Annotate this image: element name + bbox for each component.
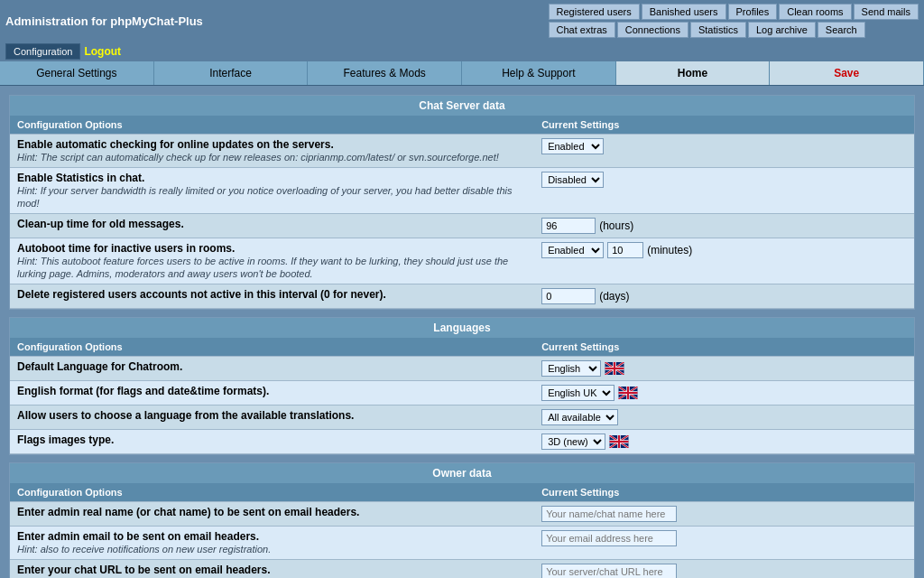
languages-col-options: Configuration Options [10, 338, 534, 357]
send-mails-btn[interactable]: Send mails [854, 4, 919, 20]
configuration-btn[interactable]: Configuration [5, 43, 80, 60]
uk-flag-icon [605, 362, 624, 375]
delete-interval-input[interactable] [541, 288, 596, 304]
search-btn[interactable]: Search [818, 22, 865, 38]
tab-help-support[interactable]: Help & Support [462, 61, 616, 85]
table-row: Delete registered users accounts not act… [10, 284, 914, 309]
row-label: Delete registered users accounts not act… [17, 288, 386, 301]
tab-home[interactable]: Home [616, 61, 771, 85]
row-label: Enter admin email to be sent on email he… [17, 530, 259, 543]
table-row: Enable automatic checking for online upd… [10, 135, 914, 168]
autoboot-suffix: (minutes) [647, 244, 692, 256]
connections-btn[interactable]: Connections [617, 22, 688, 38]
row-hint: Hint: also to receive notifications on n… [17, 544, 271, 555]
row-hint: Hint: If your server bandwidth is really… [17, 185, 512, 209]
registered-users-btn[interactable]: Registered users [549, 4, 640, 20]
cleanup-input[interactable] [541, 218, 596, 234]
logout-btn[interactable]: Logout [84, 45, 121, 58]
clean-rooms-btn[interactable]: Clean rooms [779, 4, 851, 20]
log-archive-btn[interactable]: Log archive [748, 22, 816, 38]
updates-select[interactable]: Enabled Disabled [541, 138, 604, 154]
owner-col-options: Configuration Options [10, 483, 534, 502]
user-language-select[interactable]: All available None [541, 409, 618, 425]
tab-save[interactable]: Save [770, 61, 924, 85]
table-row: Enable Statistics in chat. Hint: If your… [10, 168, 914, 214]
owner-table: Configuration Options Current Settings E… [10, 483, 914, 578]
row-label: Enter your chat URL to be sent on email … [17, 564, 271, 576]
chat-server-table: Configuration Options Current Settings E… [10, 116, 914, 309]
owner-title: Owner data [10, 463, 914, 483]
table-row: Default Language for Chatroom. English F… [10, 357, 914, 381]
languages-col-settings: Current Settings [534, 338, 914, 357]
chat-url-input[interactable] [541, 564, 677, 578]
row-label: English format (for flags and date&time … [17, 385, 269, 397]
chat-server-section: Chat Server data Configuration Options C… [9, 95, 915, 310]
chat-server-col-options: Configuration Options [10, 116, 534, 135]
admin-email-input[interactable] [541, 530, 677, 546]
tab-general-settings[interactable]: General Settings [0, 61, 154, 85]
tab-interface[interactable]: Interface [154, 61, 309, 85]
uk-flag-icon [609, 435, 629, 448]
row-label: Default Language for Chatroom. [17, 360, 182, 373]
profiles-btn[interactable]: Profiles [728, 4, 778, 20]
english-format-select[interactable]: English UK English US [541, 385, 614, 401]
table-row: Allow users to choose a language from th… [10, 406, 914, 430]
row-label: Enable Statistics in chat. [17, 172, 144, 184]
banished-users-btn[interactable]: Banished users [642, 4, 726, 20]
table-row: Enter admin email to be sent on email he… [10, 527, 914, 560]
row-hint: Hint: The script can automatically check… [17, 152, 499, 163]
row-label: Flags images type. [17, 434, 114, 446]
uk-flag-icon [618, 387, 638, 399]
row-label: Autoboot time for inactive users in room… [17, 242, 235, 255]
flags-type-select[interactable]: 3D (new) Classic [541, 434, 605, 450]
table-row: Flags images type. 3D (new) Classic [10, 430, 914, 454]
autoboot-input[interactable] [607, 242, 643, 258]
owner-section: Owner data Configuration Options Current… [9, 462, 915, 578]
statistics-btn[interactable]: Statistics [690, 22, 746, 38]
chat-extras-btn[interactable]: Chat extras [549, 22, 615, 38]
row-label: Clean-up time for old messages. [17, 218, 184, 230]
chat-server-col-settings: Current Settings [534, 116, 914, 135]
cleanup-suffix: (hours) [599, 219, 633, 232]
chat-server-title: Chat Server data [10, 96, 914, 116]
row-label: Enable automatic checking for online upd… [17, 138, 334, 151]
row-label: Allow users to choose a language from th… [17, 409, 354, 422]
row-hint: Hint: This autoboot feature forces users… [17, 256, 508, 279]
table-row: Enter admin real name (or chat name) to … [10, 502, 914, 527]
autoboot-select[interactable]: Enabled Disabled [541, 242, 604, 258]
statistics-select[interactable]: Disabled Enabled [541, 172, 604, 188]
languages-table: Configuration Options Current Settings D… [10, 338, 914, 454]
default-language-select[interactable]: English French German Spanish [541, 360, 601, 377]
owner-col-settings: Current Settings [534, 483, 914, 502]
table-row: English format (for flags and date&time … [10, 381, 914, 406]
admin-name-input[interactable] [541, 506, 677, 522]
languages-section: Languages Configuration Options Current … [9, 317, 915, 455]
languages-title: Languages [10, 318, 914, 338]
app-title: Administration for phpMyChat-Plus [5, 14, 203, 28]
delete-interval-suffix: (days) [599, 290, 629, 303]
table-row: Enter your chat URL to be sent on email … [10, 560, 914, 579]
table-row: Clean-up time for old messages. (hours) [10, 214, 914, 238]
tab-features-mods[interactable]: Features & Mods [308, 61, 462, 85]
table-row: Autoboot time for inactive users in room… [10, 238, 914, 284]
row-label: Enter admin real name (or chat name) to … [17, 506, 359, 518]
